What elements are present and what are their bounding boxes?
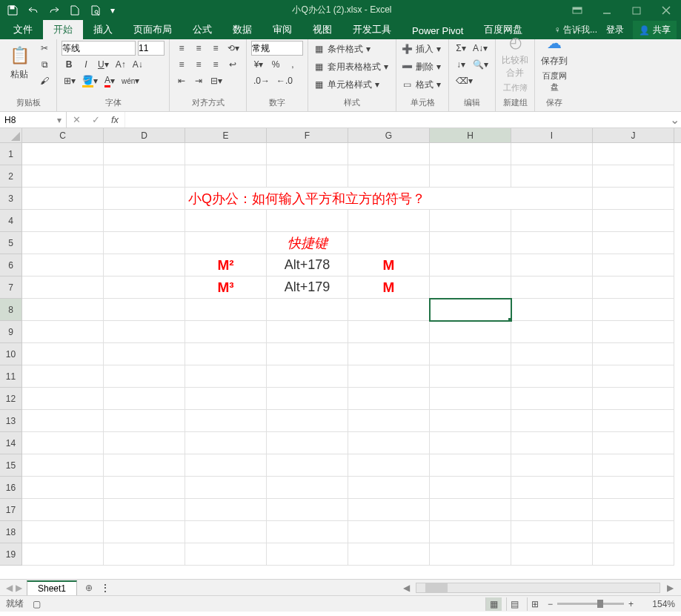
compare-merge-button[interactable]: ◴ 比较和合并 工作簿 [500,41,530,85]
row-header-16[interactable]: 16 [0,477,22,499]
undo-icon[interactable] [25,2,41,19]
cell[interactable] [185,388,267,410]
cell[interactable] [511,254,593,276]
cell[interactable] [348,432,430,454]
cell[interactable] [267,521,348,543]
enter-formula-button[interactable]: ✓ [86,112,105,128]
align-right-button[interactable]: ≡ [208,57,223,72]
cell[interactable] [22,543,104,566]
zoom-percent[interactable]: 154% [638,599,675,609]
cell[interactable] [511,410,593,432]
cell[interactable] [430,276,511,299]
align-bottom-button[interactable]: ≡ [208,41,223,56]
cell[interactable] [348,343,430,365]
cell[interactable] [511,343,593,365]
table-format-button[interactable]: ▦套用表格格式 ▾ [313,59,391,75]
row-header-12[interactable]: 12 [0,388,22,410]
cell[interactable] [511,143,593,165]
cell[interactable] [348,365,430,388]
cell[interactable] [22,321,104,343]
font-name-select[interactable] [62,41,136,56]
cell[interactable] [593,432,674,454]
cell-F5[interactable]: 快捷键 [267,232,348,254]
save-netdisk-button[interactable]: ☁ 保存到 百度网盘 [539,41,569,85]
col-header-F[interactable]: F [267,128,348,142]
cell[interactable] [104,210,185,232]
cell[interactable] [22,143,104,165]
sheet-tab-1[interactable]: Sheet1 [27,580,77,595]
find-button[interactable]: 🔍▾ [471,57,491,72]
share-button[interactable]: 👤共享 [633,21,677,39]
row-header-10[interactable]: 10 [0,343,22,365]
row-header-9[interactable]: 9 [0,321,22,343]
cell[interactable] [430,388,511,410]
row-header-4[interactable]: 4 [0,210,22,232]
col-header-G[interactable]: G [348,128,430,142]
cell[interactable] [348,521,430,543]
decrease-font-button[interactable]: A↓ [130,57,145,72]
tab-review[interactable]: 审阅 [262,20,302,39]
cell[interactable] [593,143,674,165]
col-header-I[interactable]: I [511,128,593,142]
cell[interactable] [267,210,348,232]
cell[interactable] [430,454,511,477]
cell[interactable] [348,143,430,165]
cell[interactable] [593,343,674,365]
copy-button[interactable]: ⧉ [37,57,52,72]
cell-G6[interactable]: M [348,254,430,276]
cell[interactable] [430,521,511,543]
cell[interactable] [593,410,674,432]
cell[interactable] [22,454,104,477]
tab-view[interactable]: 视图 [302,20,342,39]
cell[interactable] [430,432,511,454]
sheet-prev-button[interactable]: ◀ [6,583,13,593]
cell[interactable] [104,477,185,499]
align-middle-button[interactable]: ≡ [191,41,206,56]
new-file-icon[interactable] [67,2,83,19]
row-header-5[interactable]: 5 [0,232,22,254]
cell[interactable] [185,210,267,232]
cell[interactable] [267,321,348,343]
save-icon[interactable] [4,2,21,19]
cell[interactable] [104,321,185,343]
cell[interactable] [267,477,348,499]
print-preview-icon[interactable] [87,2,104,19]
delete-cells-button[interactable]: ➖删除 ▾ [401,59,444,75]
tab-insert[interactable]: 插入 [83,20,123,39]
col-header-D[interactable]: D [104,128,185,142]
row-header-3[interactable]: 3 [0,188,22,210]
cell[interactable] [104,365,185,388]
row-header-1[interactable]: 1 [0,143,22,165]
font-size-select[interactable] [138,41,165,56]
page-break-view-button[interactable]: ⊞ [527,597,543,611]
tab-formulas[interactable]: 公式 [182,20,222,39]
expand-formula-bar-button[interactable]: ⌄ [668,112,681,127]
cell[interactable] [104,388,185,410]
phonetic-button[interactable]: wén▾ [119,73,142,88]
col-header-C[interactable]: C [22,128,104,142]
cell[interactable] [22,499,104,521]
cell[interactable] [22,232,104,254]
align-left-button[interactable]: ≡ [174,57,189,72]
close-icon[interactable] [651,0,681,20]
cell-title[interactable]: 小Q办公：如何输入平方和立方的符号？ [185,188,593,210]
row-header-18[interactable]: 18 [0,521,22,543]
row-header-6[interactable]: 6 [0,254,22,276]
name-box[interactable]: H8▾ [0,112,67,127]
cell[interactable] [104,543,185,566]
cell[interactable] [511,165,593,188]
cell[interactable] [348,321,430,343]
cell[interactable] [430,143,511,165]
zoom-out-button[interactable]: − [548,599,553,609]
cell[interactable] [185,165,267,188]
cell[interactable] [22,210,104,232]
cell[interactable] [22,521,104,543]
hscroll-right-button[interactable]: ▶ [665,583,675,593]
cell[interactable] [348,210,430,232]
border-button[interactable]: ⊞▾ [62,73,78,88]
cell[interactable] [348,299,430,321]
cell[interactable] [22,343,104,365]
cell[interactable] [430,232,511,254]
align-top-button[interactable]: ≡ [174,41,189,56]
cell[interactable] [104,188,185,210]
